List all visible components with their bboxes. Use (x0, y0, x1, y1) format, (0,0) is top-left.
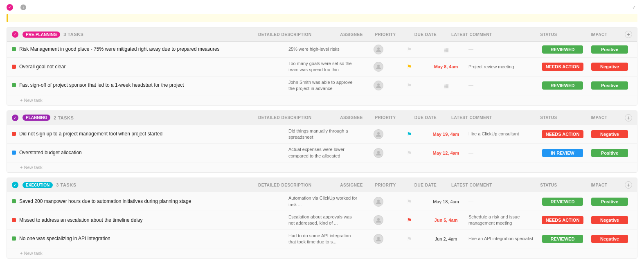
impact-badge[interactable]: Negative (591, 130, 628, 138)
latest-comment-cell: — (468, 47, 538, 52)
avatar[interactable] (374, 197, 383, 207)
impact-cell: Negative (587, 130, 632, 138)
section-toggle-planning[interactable]: ✓ (12, 115, 18, 121)
latest-comment-cell: Schedule a risk and issue management mee… (468, 214, 538, 227)
section-badge-pre-planning: PRE-PLANNING (23, 32, 60, 38)
priority-flag[interactable]: ⚑ (407, 82, 412, 89)
due-date-cell: May 18, 4am (423, 199, 468, 204)
task-name-cell: Overall goal not clear (12, 64, 288, 70)
info-icon[interactable]: i (20, 4, 26, 10)
priority-flag[interactable]: ⚑ (407, 198, 412, 205)
priority-flag[interactable]: ⚑ (407, 46, 412, 53)
status-badge[interactable]: NEEDS ACTION (542, 216, 584, 224)
avatar[interactable] (374, 62, 383, 72)
checkmark-icon: ✓ (632, 5, 636, 10)
svg-point-6 (377, 218, 380, 220)
task-color-dot (12, 65, 16, 69)
section-add-btn-execution[interactable]: + (625, 181, 632, 189)
due-date-cell: ▦ (423, 82, 468, 89)
assignee-cell (362, 234, 395, 244)
task-name[interactable]: Overall goal not clear (19, 64, 65, 70)
avatar[interactable] (374, 129, 383, 139)
table-row: Risk Management in good place - 75% were… (7, 42, 637, 58)
assignee-cell (362, 148, 395, 158)
status-cell: IN REVIEW (538, 149, 587, 157)
status-badge[interactable]: NEEDS ACTION (542, 130, 584, 138)
task-name[interactable]: Fast sign-off of project sponsor that le… (19, 82, 184, 89)
section-header-pre-planning: ✓ PRE-PLANNING 3 TASKS DETAILED DESCRIPT… (7, 27, 637, 42)
task-name-cell: Did not sign up to a project management … (12, 131, 288, 137)
priority-cell: ⚑ (395, 63, 423, 70)
latest-comment-cell: — (468, 83, 538, 88)
new-task-row[interactable]: + New task (7, 162, 637, 172)
new-task-row[interactable]: + New task (7, 95, 637, 105)
task-name[interactable]: Saved 200 manpower hours due to automati… (19, 198, 191, 205)
priority-flag[interactable]: ⚑ (407, 236, 412, 242)
svg-point-5 (377, 200, 380, 202)
task-name[interactable]: No one was specializing in API integrati… (19, 236, 110, 242)
avatar[interactable] (374, 234, 383, 244)
section-add-btn-pre-planning[interactable]: + (625, 31, 632, 38)
priority-cell: ⚑ (395, 82, 423, 89)
impact-badge[interactable]: Positive (591, 81, 628, 90)
page-toggle[interactable]: ✓ (7, 4, 13, 11)
avatar[interactable] (374, 45, 383, 54)
avatar[interactable] (374, 148, 383, 158)
priority-flag[interactable]: ⚑ (407, 131, 412, 137)
section-execution: ✓ EXECUTION 3 TASKS DETAILED DESCRIPTION… (7, 178, 637, 259)
latest-comment-cell: — (468, 199, 538, 205)
task-name[interactable]: Risk Management in good place - 75% were… (19, 46, 220, 53)
status-cell: REVIEWED (538, 81, 587, 90)
task-name[interactable]: Missed to address an escalation about th… (19, 217, 143, 224)
svg-point-4 (377, 151, 380, 153)
task-color-dot (12, 236, 16, 241)
priority-flag[interactable]: ⚑ (407, 63, 412, 70)
priority-flag[interactable]: ⚑ (407, 150, 412, 156)
task-color-dot (12, 132, 16, 136)
due-date-cell: ▦ (423, 46, 468, 53)
task-color-dot (12, 83, 16, 87)
task-name[interactable]: Overstated budget allocation (19, 150, 82, 156)
task-name-cell: Saved 200 manpower hours due to automati… (12, 198, 288, 205)
task-description: John Smith was able to approve the proje… (288, 79, 362, 92)
impact-badge[interactable]: Positive (591, 198, 628, 206)
section-pre-planning: ✓ PRE-PLANNING 3 TASKS DETAILED DESCRIPT… (7, 27, 637, 106)
status-badge[interactable]: REVIEWED (542, 45, 583, 54)
task-color-dot (12, 47, 16, 51)
impact-badge[interactable]: Negative (591, 216, 628, 224)
section-tasks-count-pre-planning: 3 TASKS (63, 32, 83, 37)
impact-badge[interactable]: Positive (591, 149, 628, 157)
impact-cell: Positive (587, 81, 632, 90)
status-badge[interactable]: REVIEWED (542, 198, 583, 206)
table-row: Overall goal not clear Too many goals we… (7, 58, 637, 76)
section-header-execution: ✓ EXECUTION 3 TASKS DETAILED DESCRIPTION… (7, 178, 637, 192)
impact-badge[interactable]: Positive (591, 45, 628, 54)
priority-cell: ⚑ (395, 198, 423, 205)
impact-badge[interactable]: Negative (591, 235, 628, 243)
status-badge[interactable]: REVIEWED (542, 81, 583, 90)
status-badge[interactable]: IN REVIEW (542, 149, 583, 157)
page-header: ✓ i ✓ (7, 4, 637, 11)
comment-dash: — (468, 47, 473, 52)
section-badge-planning: PLANNING (23, 115, 50, 121)
avatar[interactable] (374, 81, 383, 90)
impact-cell: Negative (587, 235, 632, 243)
status-badge[interactable]: REVIEWED (542, 235, 583, 243)
impact-badge[interactable]: Negative (591, 63, 628, 71)
section-toggle-execution[interactable]: ✓ (12, 182, 18, 188)
task-name[interactable]: Did not sign up to a project management … (19, 131, 162, 137)
avatar[interactable] (374, 215, 383, 225)
svg-point-7 (377, 237, 380, 239)
status-badge[interactable]: NEEDS ACTION (542, 63, 584, 71)
task-color-dot (12, 199, 16, 203)
section-toggle-pre-planning[interactable]: ✓ (12, 31, 18, 38)
section-add-btn-planning[interactable]: + (625, 114, 632, 122)
due-date-value: Jun 2, 4am (435, 236, 457, 241)
new-task-row[interactable]: + New task (7, 248, 637, 258)
priority-cell: ⚑ (395, 236, 423, 242)
status-cell: NEEDS ACTION (538, 130, 587, 138)
table-row: Missed to address an escalation about th… (7, 211, 637, 230)
priority-flag[interactable]: ⚑ (407, 217, 412, 223)
hide-closed-button[interactable]: ✓ (632, 5, 637, 10)
svg-point-2 (377, 83, 380, 86)
